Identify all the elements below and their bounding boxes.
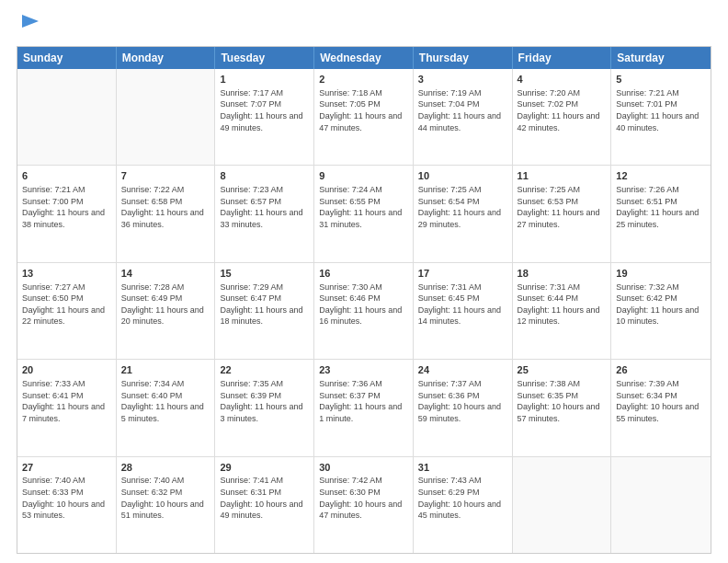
- calendar-cell: 30Sunrise: 7:42 AM Sunset: 6:30 PM Dayli…: [314, 457, 414, 553]
- calendar-cell: 27Sunrise: 7:40 AM Sunset: 6:33 PM Dayli…: [17, 457, 117, 553]
- calendar-cell: 18Sunrise: 7:31 AM Sunset: 6:44 PM Dayli…: [513, 263, 612, 359]
- calendar-week-row: 20Sunrise: 7:33 AM Sunset: 6:41 PM Dayli…: [17, 360, 711, 456]
- day-info: Sunrise: 7:41 AM Sunset: 6:31 PM Dayligh…: [220, 475, 309, 521]
- day-number: 15: [220, 267, 309, 281]
- day-number: 22: [220, 363, 309, 377]
- day-info: Sunrise: 7:21 AM Sunset: 7:00 PM Dayligh…: [22, 184, 111, 230]
- calendar-cell: 26Sunrise: 7:39 AM Sunset: 6:34 PM Dayli…: [611, 360, 711, 455]
- calendar-cell: 2Sunrise: 7:18 AM Sunset: 7:05 PM Daylig…: [314, 69, 414, 165]
- calendar-page: SundayMondayTuesdayWednesdayThursdayFrid…: [0, 0, 728, 563]
- day-number: 9: [319, 169, 408, 183]
- calendar-cell: 16Sunrise: 7:30 AM Sunset: 6:46 PM Dayli…: [314, 263, 414, 359]
- calendar-cell: 21Sunrise: 7:34 AM Sunset: 6:40 PM Dayli…: [117, 360, 216, 455]
- calendar: SundayMondayTuesdayWednesdayThursdayFrid…: [17, 46, 711, 554]
- day-info: Sunrise: 7:38 AM Sunset: 6:35 PM Dayligh…: [518, 378, 607, 424]
- calendar-header-day: Wednesday: [314, 47, 414, 69]
- calendar-cell: [17, 69, 117, 165]
- day-info: Sunrise: 7:31 AM Sunset: 6:45 PM Dayligh…: [418, 282, 507, 327]
- day-info: Sunrise: 7:33 AM Sunset: 6:41 PM Dayligh…: [22, 378, 111, 424]
- calendar-cell: 22Sunrise: 7:35 AM Sunset: 6:39 PM Dayli…: [215, 360, 314, 455]
- day-number: 7: [121, 169, 210, 183]
- day-number: 8: [220, 169, 309, 183]
- day-number: 3: [418, 73, 507, 86]
- calendar-cell: 20Sunrise: 7:33 AM Sunset: 6:41 PM Dayli…: [17, 360, 117, 455]
- day-number: 19: [616, 267, 706, 281]
- calendar-cell: 4Sunrise: 7:20 AM Sunset: 7:02 PM Daylig…: [513, 69, 612, 165]
- calendar-cell: 3Sunrise: 7:19 AM Sunset: 7:04 PM Daylig…: [414, 69, 513, 165]
- calendar-header-day: Tuesday: [215, 47, 314, 69]
- calendar-cell: 17Sunrise: 7:31 AM Sunset: 6:45 PM Dayli…: [414, 263, 513, 359]
- calendar-cell: 7Sunrise: 7:22 AM Sunset: 6:58 PM Daylig…: [117, 166, 216, 261]
- day-info: Sunrise: 7:34 AM Sunset: 6:40 PM Dayligh…: [121, 378, 210, 424]
- calendar-week-row: 13Sunrise: 7:27 AM Sunset: 6:50 PM Dayli…: [17, 263, 711, 360]
- day-number: 31: [418, 461, 507, 475]
- day-number: 10: [418, 169, 507, 183]
- day-info: Sunrise: 7:24 AM Sunset: 6:55 PM Dayligh…: [319, 184, 408, 230]
- logo-arrow-icon: [20, 11, 40, 31]
- calendar-week-row: 6Sunrise: 7:21 AM Sunset: 7:00 PM Daylig…: [17, 166, 711, 262]
- day-number: 17: [418, 267, 507, 281]
- day-info: Sunrise: 7:30 AM Sunset: 6:46 PM Dayligh…: [319, 282, 408, 327]
- calendar-cell: 8Sunrise: 7:23 AM Sunset: 6:57 PM Daylig…: [215, 166, 314, 261]
- day-number: 18: [518, 267, 607, 281]
- day-number: 13: [22, 267, 111, 281]
- day-number: 5: [616, 73, 706, 86]
- day-number: 2: [319, 73, 408, 86]
- day-number: 12: [616, 169, 706, 183]
- day-info: Sunrise: 7:27 AM Sunset: 6:50 PM Dayligh…: [22, 282, 111, 327]
- calendar-cell: 29Sunrise: 7:41 AM Sunset: 6:31 PM Dayli…: [215, 457, 314, 553]
- calendar-cell: 13Sunrise: 7:27 AM Sunset: 6:50 PM Dayli…: [17, 263, 117, 359]
- day-number: 6: [22, 169, 111, 183]
- header: [17, 17, 711, 37]
- calendar-cell: 11Sunrise: 7:25 AM Sunset: 6:53 PM Dayli…: [513, 166, 612, 261]
- logo: [17, 17, 40, 37]
- calendar-cell: 12Sunrise: 7:26 AM Sunset: 6:51 PM Dayli…: [611, 166, 711, 261]
- day-info: Sunrise: 7:19 AM Sunset: 7:04 PM Dayligh…: [418, 87, 507, 133]
- calendar-header-day: Thursday: [414, 47, 513, 69]
- day-number: 30: [319, 461, 408, 475]
- day-number: 1: [220, 73, 309, 86]
- day-number: 26: [616, 363, 706, 377]
- calendar-cell: [117, 69, 216, 165]
- day-info: Sunrise: 7:37 AM Sunset: 6:36 PM Dayligh…: [418, 378, 507, 424]
- day-info: Sunrise: 7:35 AM Sunset: 6:39 PM Dayligh…: [220, 378, 309, 424]
- calendar-header: SundayMondayTuesdayWednesdayThursdayFrid…: [17, 47, 711, 69]
- day-info: Sunrise: 7:23 AM Sunset: 6:57 PM Dayligh…: [220, 184, 309, 230]
- day-info: Sunrise: 7:26 AM Sunset: 6:51 PM Dayligh…: [616, 184, 706, 230]
- day-number: 24: [418, 363, 507, 377]
- day-info: Sunrise: 7:43 AM Sunset: 6:29 PM Dayligh…: [418, 475, 507, 521]
- day-info: Sunrise: 7:25 AM Sunset: 6:54 PM Dayligh…: [418, 184, 507, 230]
- day-info: Sunrise: 7:42 AM Sunset: 6:30 PM Dayligh…: [319, 475, 408, 521]
- calendar-cell: 31Sunrise: 7:43 AM Sunset: 6:29 PM Dayli…: [414, 457, 513, 553]
- day-number: 21: [121, 363, 210, 377]
- calendar-cell: 28Sunrise: 7:40 AM Sunset: 6:32 PM Dayli…: [117, 457, 216, 553]
- day-info: Sunrise: 7:40 AM Sunset: 6:32 PM Dayligh…: [121, 475, 210, 521]
- calendar-header-day: Friday: [513, 47, 612, 69]
- calendar-cell: 23Sunrise: 7:36 AM Sunset: 6:37 PM Dayli…: [314, 360, 414, 455]
- calendar-cell: 5Sunrise: 7:21 AM Sunset: 7:01 PM Daylig…: [611, 69, 711, 165]
- day-number: 11: [518, 169, 607, 183]
- day-number: 14: [121, 267, 210, 281]
- calendar-cell: [513, 457, 612, 553]
- day-info: Sunrise: 7:18 AM Sunset: 7:05 PM Dayligh…: [319, 87, 408, 133]
- calendar-cell: 15Sunrise: 7:29 AM Sunset: 6:47 PM Dayli…: [215, 263, 314, 359]
- day-info: Sunrise: 7:17 AM Sunset: 7:07 PM Dayligh…: [220, 87, 309, 133]
- day-number: 25: [518, 363, 607, 377]
- calendar-cell: 14Sunrise: 7:28 AM Sunset: 6:49 PM Dayli…: [117, 263, 216, 359]
- day-info: Sunrise: 7:32 AM Sunset: 6:42 PM Dayligh…: [616, 282, 706, 327]
- calendar-cell: 1Sunrise: 7:17 AM Sunset: 7:07 PM Daylig…: [215, 69, 314, 165]
- calendar-header-day: Monday: [117, 47, 216, 69]
- calendar-cell: 6Sunrise: 7:21 AM Sunset: 7:00 PM Daylig…: [17, 166, 117, 261]
- day-number: 16: [319, 267, 408, 281]
- day-number: 27: [22, 461, 111, 475]
- day-number: 23: [319, 363, 408, 377]
- calendar-cell: [611, 457, 711, 553]
- day-info: Sunrise: 7:31 AM Sunset: 6:44 PM Dayligh…: [518, 282, 607, 327]
- calendar-header-day: Sunday: [17, 47, 117, 69]
- calendar-cell: 25Sunrise: 7:38 AM Sunset: 6:35 PM Dayli…: [513, 360, 612, 455]
- day-info: Sunrise: 7:28 AM Sunset: 6:49 PM Dayligh…: [121, 282, 210, 327]
- day-info: Sunrise: 7:21 AM Sunset: 7:01 PM Dayligh…: [616, 87, 706, 133]
- day-info: Sunrise: 7:29 AM Sunset: 6:47 PM Dayligh…: [220, 282, 309, 327]
- calendar-week-row: 27Sunrise: 7:40 AM Sunset: 6:33 PM Dayli…: [17, 457, 711, 553]
- day-number: 29: [220, 461, 309, 475]
